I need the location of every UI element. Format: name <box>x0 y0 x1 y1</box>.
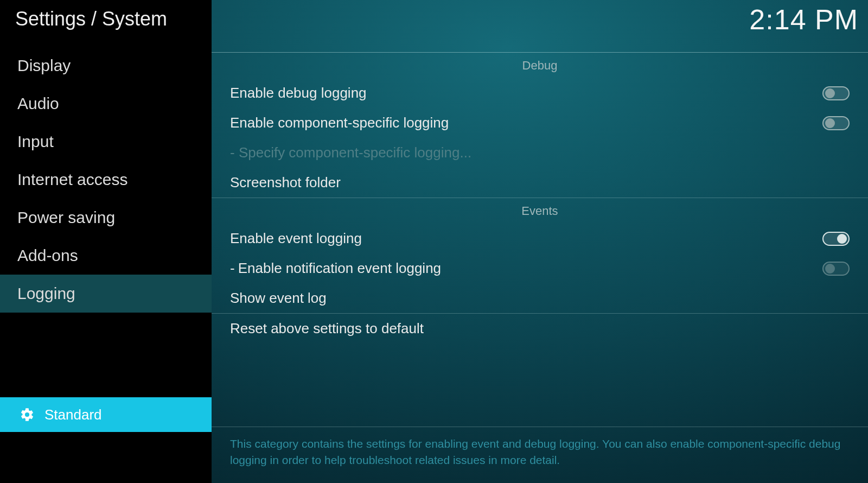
toggle-enable-event-logging[interactable] <box>822 232 850 246</box>
sidebar-item-audio[interactable]: Audio <box>0 85 212 123</box>
toggle-enable-debug-logging[interactable] <box>822 86 850 100</box>
sidebar-item-internet-access[interactable]: Internet access <box>0 161 212 199</box>
setting-sub-label: Enable notification event logging <box>238 260 441 276</box>
clock: 2:14 PM <box>749 3 858 36</box>
setting-enable-notification-event-logging[interactable]: -Enable notification event logging <box>212 253 868 283</box>
setting-reset-defaults[interactable]: Reset above settings to default <box>212 314 868 344</box>
settings-level-label: Standard <box>44 406 102 423</box>
setting-show-event-log[interactable]: Show event log <box>212 283 868 313</box>
setting-label: -Enable notification event logging <box>230 260 822 277</box>
setting-specify-component-logging: - Specify component-specific logging... <box>212 138 868 168</box>
setting-enable-event-logging[interactable]: Enable event logging <box>212 224 868 253</box>
setting-label: Enable debug logging <box>230 85 822 101</box>
sub-prefix: - <box>230 260 235 276</box>
toggle-enable-notification-event-logging[interactable] <box>822 262 850 276</box>
setting-screenshot-folder[interactable]: Screenshot folder <box>212 168 868 198</box>
setting-label: Reset above settings to default <box>230 320 850 337</box>
sidebar-item-display[interactable]: Display <box>0 47 212 85</box>
settings-content: Debug Enable debug logging Enable compon… <box>212 52 868 483</box>
help-text: This category contains the settings for … <box>212 427 868 483</box>
main-panel: 2:14 PM Debug Enable debug logging Enabl… <box>212 0 868 483</box>
sidebar: Settings / System Display Audio Input In… <box>0 0 212 483</box>
gear-icon <box>20 407 35 422</box>
setting-enable-component-logging[interactable]: Enable component-specific logging <box>212 108 868 138</box>
breadcrumb: Settings / System <box>0 0 212 47</box>
settings-level-selector[interactable]: Standard <box>0 397 212 432</box>
section-header-debug: Debug <box>212 52 868 78</box>
setting-enable-debug-logging[interactable]: Enable debug logging <box>212 78 868 108</box>
setting-label: - Specify component-specific logging... <box>230 144 850 161</box>
sidebar-item-power-saving[interactable]: Power saving <box>0 199 212 237</box>
sidebar-item-logging[interactable]: Logging <box>0 275 212 313</box>
setting-label: Show event log <box>230 290 850 307</box>
setting-label: Enable component-specific logging <box>230 115 822 131</box>
sidebar-item-input[interactable]: Input <box>0 123 212 161</box>
section-header-events: Events <box>212 198 868 224</box>
sidebar-items: Display Audio Input Internet access Powe… <box>0 47 212 313</box>
toggle-enable-component-logging[interactable] <box>822 116 850 130</box>
setting-label: Screenshot folder <box>230 174 850 191</box>
sidebar-item-add-ons[interactable]: Add-ons <box>0 237 212 275</box>
setting-label: Enable event logging <box>230 230 822 247</box>
